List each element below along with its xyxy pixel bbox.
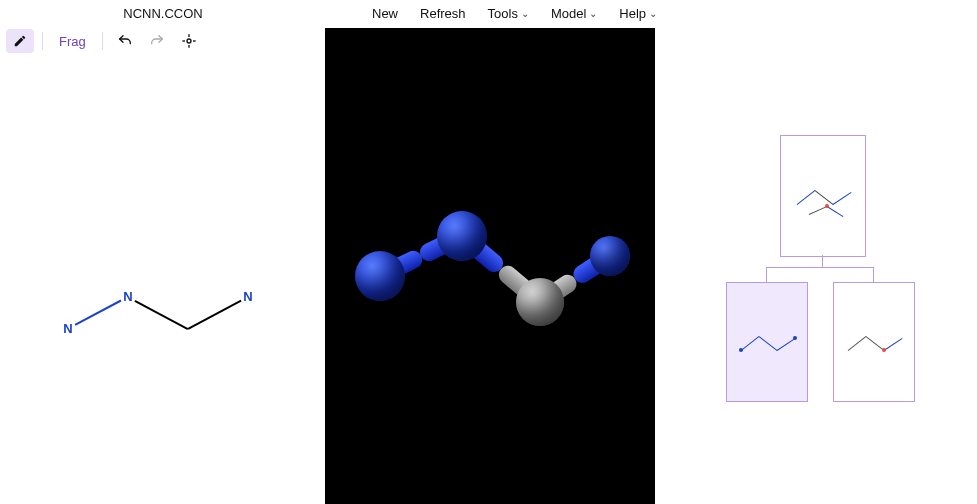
bond-line xyxy=(135,300,189,330)
mini-bond xyxy=(827,206,844,217)
nitrogen-dot xyxy=(793,336,797,340)
tree-connector xyxy=(822,255,823,267)
menu-model-label: Model xyxy=(551,6,586,21)
menu-group: New Refresh Tools ⌄ Model ⌄ Help ⌄ xyxy=(368,4,661,23)
menu-tools[interactable]: Tools ⌄ xyxy=(484,4,533,23)
nitrogen-dot xyxy=(739,348,743,352)
mini-bond xyxy=(848,336,867,351)
mini-bond xyxy=(815,190,834,205)
tree-connector xyxy=(766,267,873,268)
mini-bond xyxy=(833,192,852,205)
chevron-down-icon: ⌄ xyxy=(649,8,657,19)
menu-new[interactable]: New xyxy=(368,4,402,23)
tree-node-root[interactable] xyxy=(780,135,866,257)
menu-help[interactable]: Help ⌄ xyxy=(615,4,661,23)
bond-line xyxy=(188,300,242,330)
atom-label: N xyxy=(62,321,73,336)
oxygen-dot xyxy=(882,348,886,352)
tree-connector xyxy=(873,267,874,282)
mini-bond xyxy=(809,206,827,215)
nitrogen-atom xyxy=(437,211,487,261)
atom-label: N xyxy=(242,289,253,304)
chevron-down-icon: ⌄ xyxy=(521,8,529,19)
tree-connector xyxy=(766,267,767,282)
menu-tools-label: Tools xyxy=(488,6,518,21)
mini-bond xyxy=(759,336,778,351)
menubar: NCNN.CCON New Refresh Tools ⌄ Model ⌄ He… xyxy=(0,0,977,26)
menu-help-label: Help xyxy=(619,6,646,21)
mini-bond xyxy=(797,190,816,205)
mini-bond xyxy=(884,338,903,351)
mini-bond xyxy=(741,336,760,351)
tree-node-child-1[interactable] xyxy=(833,282,915,402)
tree-node-child-0[interactable] xyxy=(726,282,808,402)
atom-label: N xyxy=(122,289,133,304)
oxygen-dot xyxy=(825,204,829,208)
nitrogen-atom xyxy=(590,236,630,276)
bond-line xyxy=(75,300,122,326)
chevron-down-icon: ⌄ xyxy=(589,8,597,19)
fragment-tree-panel[interactable] xyxy=(655,28,977,504)
sketch-2d-panel[interactable]: NNN xyxy=(0,28,325,504)
viewer-3d-panel[interactable] xyxy=(325,28,655,504)
nitrogen-atom xyxy=(355,251,405,301)
document-title: NCNN.CCON xyxy=(8,6,318,21)
mini-bond xyxy=(777,338,796,351)
menu-refresh[interactable]: Refresh xyxy=(416,4,470,23)
carbon-atom xyxy=(516,278,564,326)
menu-model[interactable]: Model ⌄ xyxy=(547,4,601,23)
